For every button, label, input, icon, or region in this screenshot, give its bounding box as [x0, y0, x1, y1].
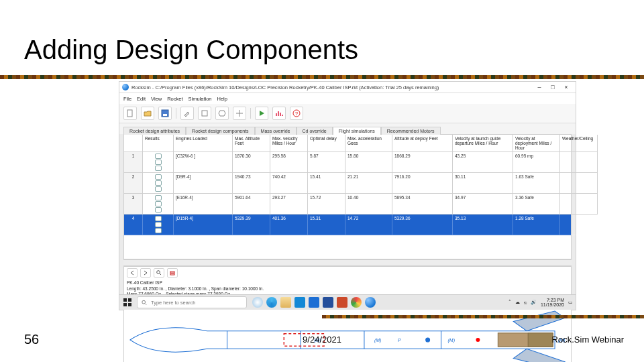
menu-view[interactable]: View	[151, 96, 162, 102]
tool-icon[interactable]	[233, 107, 246, 120]
svg-rect-2	[163, 114, 167, 116]
powerpoint-icon[interactable]	[337, 297, 347, 308]
menu-simulation[interactable]: Simulation	[189, 96, 212, 102]
svg-rect-28	[123, 303, 127, 306]
tab-design-attributes[interactable]: Rocket design attributes	[123, 127, 186, 135]
toolbar-separator	[250, 108, 251, 119]
splitter[interactable]	[123, 259, 572, 266]
start-button[interactable]	[122, 297, 133, 308]
minimize-button[interactable]: –	[533, 83, 546, 91]
cell-index: 3	[124, 194, 143, 215]
cell-max-alt: 5901.64	[233, 194, 270, 215]
cell-results	[143, 152, 174, 173]
grid-body: 1[C32W-6 ]1870.30295.585.8715.801868.294…	[124, 152, 571, 235]
design-mini-toolbar	[124, 267, 571, 279]
menu-rocket[interactable]: Rocket	[167, 96, 182, 102]
table-row[interactable]: 3[E16R-4]5901.64293.2715.7210.405895.343…	[124, 194, 571, 215]
design-pane: PK-40 Caliber ISP Length: 43.2500 In. , …	[123, 266, 572, 362]
cortana-icon[interactable]	[252, 297, 263, 308]
svg-rect-27	[128, 298, 131, 302]
cell-delay: 15.31	[308, 215, 345, 235]
table-row[interactable]: 2[D9R-4]1940.73740.4215.4121.217916.2030…	[124, 173, 571, 194]
cell-engine: [E16R-4]	[174, 194, 233, 215]
cell-max-vel: 295.58	[270, 152, 308, 173]
prev-icon[interactable]	[127, 268, 138, 278]
cell-weather	[560, 173, 598, 194]
cell-acc: 10.40	[345, 194, 392, 215]
notifications-icon[interactable]: ▭	[568, 300, 573, 305]
clock-date: 11/19/2020	[541, 302, 564, 307]
save-icon[interactable]	[158, 107, 172, 120]
explorer-icon[interactable]	[280, 297, 291, 308]
table-row[interactable]: 1[C32W-6 ]1870.30295.585.8715.801868.294…	[124, 152, 571, 173]
col-engines: Engines Loaded	[174, 135, 233, 152]
tool-icon[interactable]	[215, 107, 229, 120]
slide: Adding Design Components Rocksim - C:/Pr…	[0, 0, 644, 362]
menu-file[interactable]: File	[123, 96, 131, 102]
cell-results	[143, 215, 174, 235]
menu-edit[interactable]: Edit	[137, 96, 146, 102]
col-vel-guide: Velocity at launch guide departure Miles…	[453, 135, 513, 152]
cell-max-alt: 5329.39	[233, 215, 270, 235]
tool-icon[interactable]	[180, 107, 194, 120]
col-opt-delay: Optimal delay	[308, 135, 345, 152]
cell-guide-v: 35.13	[453, 215, 513, 235]
tab-mass-override[interactable]: Mass override	[255, 127, 297, 135]
tab-flight-simulations[interactable]: Flight simulations	[333, 127, 381, 135]
taskbar-clock[interactable]: 7:23 PM 11/19/2020	[541, 298, 564, 307]
word-icon[interactable]	[323, 297, 333, 308]
view-tabs: Rocket design attributes Rocket design c…	[119, 123, 576, 134]
col-max-vel: Max. velocity Miles / Hour	[270, 135, 308, 152]
toolbar: ?	[119, 104, 576, 123]
cell-max-alt: 1940.73	[233, 173, 270, 194]
chart-icon[interactable]	[272, 107, 286, 120]
simulation-grid[interactable]: Results Engines Loaded Max. Altitude Fee…	[123, 134, 572, 259]
search-input[interactable]	[150, 299, 242, 306]
maximize-button[interactable]: □	[546, 83, 559, 91]
svg-rect-9	[170, 274, 174, 275]
cell-delay: 5.87	[308, 152, 345, 173]
cell-dep-v: 1.28 Safe	[513, 215, 560, 235]
svg-point-7	[157, 271, 160, 274]
cell-dep-alt: 1868.29	[392, 152, 453, 173]
tab-cd-override[interactable]: Cd override	[297, 127, 333, 135]
cell-engine: [C32W-6 ]	[174, 152, 233, 173]
svg-rect-0	[127, 110, 132, 117]
tool-icon[interactable]	[198, 107, 211, 120]
layers-icon[interactable]	[167, 268, 178, 278]
clock-time: 7:23 PM	[541, 298, 564, 302]
chrome-icon[interactable]	[351, 297, 362, 308]
volume-icon[interactable]: 🔊	[531, 300, 537, 305]
toolbar-separator	[176, 108, 176, 119]
next-icon[interactable]	[140, 268, 151, 278]
open-file-icon[interactable]	[141, 107, 154, 120]
chevron-up-icon[interactable]: ˄	[508, 300, 511, 305]
edge-icon[interactable]	[266, 297, 277, 308]
play-icon[interactable]	[255, 107, 268, 120]
cell-engine: [D9R-4]	[174, 173, 233, 194]
rocksim-icon[interactable]	[365, 297, 376, 308]
zoom-icon[interactable]	[154, 268, 164, 278]
table-row[interactable]: 4[D15R-4]5329.39401.3615.3114.725329.363…	[124, 215, 571, 235]
cell-guide-v: 30.11	[453, 173, 513, 194]
new-file-icon[interactable]	[123, 107, 137, 120]
cell-delay: 15.72	[308, 194, 345, 215]
cell-max-vel: 401.36	[270, 215, 308, 235]
search-icon	[142, 300, 147, 306]
close-button[interactable]: ×	[559, 83, 573, 91]
onedrive-icon[interactable]: ☁	[515, 300, 520, 305]
tab-recommended-motors[interactable]: Recommended Motors	[381, 127, 441, 135]
wifi-icon[interactable]: ⎋	[524, 300, 527, 305]
taskbar-search[interactable]	[137, 296, 247, 308]
menu-help[interactable]: Help	[217, 96, 227, 102]
cell-index: 2	[124, 173, 143, 194]
grid-blank	[124, 235, 571, 259]
help-icon[interactable]: ?	[290, 107, 303, 120]
mail-icon[interactable]	[309, 297, 319, 308]
store-icon[interactable]	[294, 297, 305, 308]
col-alt-deploy: Altitude at deploy Feet	[392, 135, 453, 152]
slide-title: Adding Design Components	[24, 35, 358, 65]
tab-design-components[interactable]: Rocket design components	[186, 127, 254, 135]
svg-marker-11	[513, 349, 565, 362]
col-vel-deploy: Velocity at deployment Miles / Hour	[513, 135, 560, 152]
